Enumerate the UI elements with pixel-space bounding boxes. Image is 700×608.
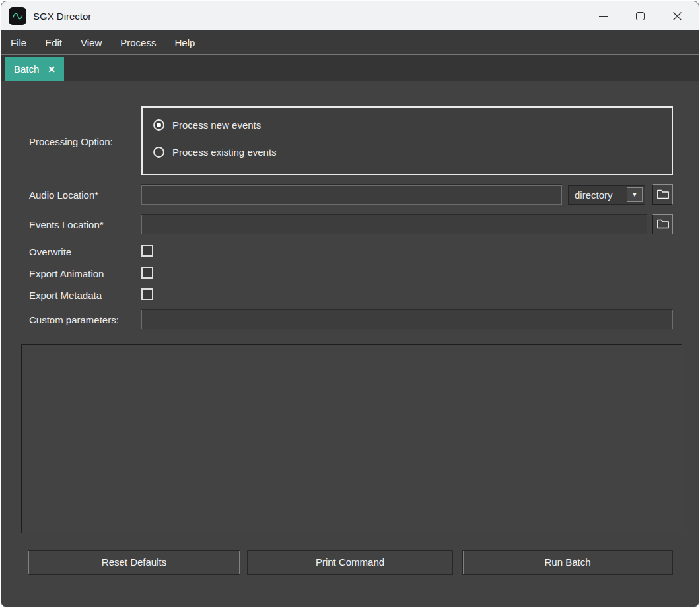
print-command-button[interactable]: Print Command [247,550,453,575]
radio-process-existing-events[interactable]: Process existing events [153,147,277,158]
audio-location-label: Audio Location* [29,189,98,201]
window-controls [588,1,699,30]
radio-label: Process existing events [172,147,277,158]
menu-view[interactable]: View [71,37,111,48]
menu-file[interactable]: File [1,37,36,48]
export-metadata-checkbox[interactable] [141,288,153,300]
overwrite-checkbox[interactable] [141,245,153,257]
output-log-area[interactable] [21,344,682,533]
export-metadata-label: Export Metadata [29,290,102,301]
app-logo-icon [9,7,26,25]
custom-parameters-input[interactable] [141,310,673,329]
export-animation-checkbox[interactable] [141,267,153,279]
tab-label: Batch [14,63,39,75]
radio-unselected-icon[interactable] [153,147,164,158]
processing-option-group: Process new events Process existing even… [141,106,673,175]
batch-panel: Processing Option: Process new events Pr… [1,81,699,607]
menu-process[interactable]: Process [111,37,165,48]
radio-selected-icon[interactable] [153,119,164,131]
menu-bar: File Edit View Process Help [1,30,699,55]
events-location-label: Events Location* [29,219,104,230]
overwrite-label: Overwrite [29,246,71,257]
custom-parameters-label: Custom parameters: [29,314,119,325]
sine-wave-icon [11,9,24,23]
window-title: SGX Director [33,11,91,22]
audio-location-type-dropdown[interactable]: directory ▼ [568,185,645,205]
tab-bar: Batch ✕ [1,55,699,81]
audio-location-browse-button[interactable] [652,184,673,205]
run-batch-button[interactable]: Run Batch [462,550,673,575]
audio-location-input[interactable] [141,185,562,205]
radio-process-new-events[interactable]: Process new events [153,119,261,131]
dropdown-value: directory [575,189,613,201]
menu-help[interactable]: Help [165,37,204,48]
close-icon [672,11,682,21]
events-location-input[interactable] [141,215,647,234]
folder-icon [656,219,670,230]
tab-separator [65,60,65,77]
app-window: SGX Director File Edit View Process Help… [1,1,699,607]
export-animation-label: Export Animation [29,268,104,279]
tab-close-icon[interactable]: ✕ [48,65,55,74]
reset-defaults-button[interactable]: Reset Defaults [28,550,240,575]
tab-batch[interactable]: Batch ✕ [5,57,64,81]
title-bar: SGX Director [1,1,699,30]
menu-edit[interactable]: Edit [36,37,71,48]
chevron-down-icon[interactable]: ▼ [627,187,643,202]
processing-option-label: Processing Option: [29,136,113,147]
radio-label: Process new events [172,119,261,131]
minimize-button[interactable] [588,1,618,30]
minimize-icon [599,16,608,17]
events-location-browse-button[interactable] [652,214,673,234]
folder-icon [656,189,670,200]
maximize-button[interactable] [625,1,655,30]
close-button[interactable] [662,1,692,30]
maximize-icon [636,12,645,20]
